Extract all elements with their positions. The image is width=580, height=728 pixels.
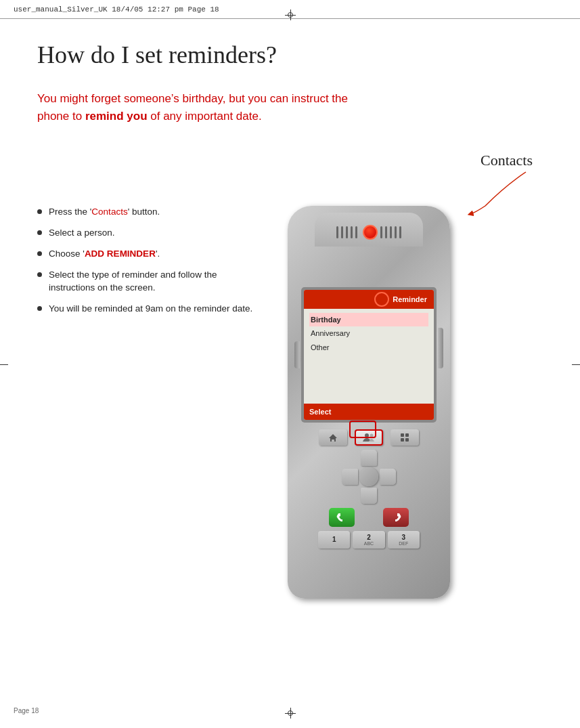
phone-screen: Reminder Birthday Anniversary Other Sele…: [304, 290, 434, 420]
call-button[interactable]: [329, 508, 355, 527]
home-icon: [328, 433, 338, 442]
svg-marker-0: [329, 434, 337, 442]
key-1[interactable]: 1: [318, 531, 350, 549]
bullet-text-4: Select the type of reminder and follow t…: [49, 269, 254, 295]
dpad-right[interactable]: [380, 469, 396, 485]
contacts-annotation: Contacts: [481, 152, 533, 169]
screen-header: Reminder: [304, 290, 434, 309]
screen-select-bar: Select: [304, 404, 434, 420]
annotation-label: Contacts: [481, 152, 533, 169]
keypad: 1 2 ABC 3 DEF: [315, 531, 423, 549]
list-item: Press the 'Contacts' button.: [37, 206, 254, 219]
nav-home-btn[interactable]: [319, 429, 347, 446]
screen-header-icon: [374, 292, 389, 307]
screen-header-title: Reminder: [393, 295, 427, 303]
bullet-dot: [37, 251, 42, 256]
menu-icon: [400, 433, 409, 442]
svg-rect-4: [405, 433, 409, 437]
side-left-button[interactable]: [294, 341, 300, 368]
list-item: You will be reminded at 9am on the remin…: [37, 303, 254, 316]
right-edge-mark: [572, 364, 580, 365]
instruction-list: Press the 'Contacts' button. Select a pe…: [37, 206, 254, 315]
intro-paragraph: You might forget someone’s birthday, but…: [37, 90, 362, 125]
screen-item-birthday: Birthday: [309, 313, 428, 326]
left-edge-mark: [0, 364, 8, 365]
end-button[interactable]: [383, 508, 409, 527]
dpad-down[interactable]: [361, 488, 377, 504]
bullet-text-1: Press the 'Contacts' button.: [49, 206, 160, 219]
bullet-col: Press the 'Contacts' button. Select a pe…: [37, 152, 254, 558]
side-right-button[interactable]: [438, 328, 443, 368]
phone-speaker: [336, 225, 401, 240]
bullet-text-3: Choose 'ADD REMINDER'.: [49, 248, 160, 261]
dpad-center[interactable]: [359, 467, 378, 486]
header-text: user_manual_Silver_UK 18/4/05 12:27 pm P…: [14, 5, 219, 14]
bullet-text-2: Select a person.: [49, 227, 115, 240]
two-col-layout: Press the 'Contacts' button. Select a pe…: [37, 152, 553, 558]
list-item: Select the type of reminder and follow t…: [37, 269, 254, 295]
bullet-dot: [37, 272, 42, 277]
phone-screen-bezel: Reminder Birthday Anniversary Other Sele…: [301, 287, 437, 423]
screen-item-anniversary: Anniversary: [309, 326, 428, 340]
phone-body: Reminder Birthday Anniversary Other Sele…: [288, 206, 450, 599]
content-area: How do I set reminders? You might forget…: [37, 41, 553, 694]
dpad: [342, 450, 396, 504]
header-crosshair: [285, 9, 296, 20]
intro-bold: remind you: [85, 110, 148, 123]
bullet-dot: [37, 306, 42, 311]
screen-item-other: Other: [309, 341, 428, 354]
screen-menu: Birthday Anniversary Other: [304, 309, 434, 358]
list-item: Select a person.: [37, 227, 254, 240]
key-2[interactable]: 2 ABC: [353, 531, 384, 549]
bullet-dot: [37, 230, 42, 235]
page-title: How do I set reminders?: [37, 41, 553, 70]
list-item: Choose 'ADD REMINDER'.: [37, 248, 254, 261]
phone-top: [315, 213, 423, 247]
bottom-crosshair: [285, 708, 296, 719]
key-3[interactable]: 3 DEF: [388, 531, 420, 549]
contacts-link: Contacts: [91, 207, 127, 217]
phone-illustration-col: Contacts: [267, 152, 553, 558]
phone-nav-area: 1 2 ABC 3 DEF: [315, 429, 423, 549]
intro-part2: of any important date.: [148, 110, 262, 123]
svg-rect-3: [401, 433, 404, 437]
page-number: Page 18: [14, 707, 39, 714]
indicator-light: [363, 225, 378, 240]
dpad-up[interactable]: [361, 450, 377, 466]
contacts-button-highlight: [349, 421, 376, 438]
phone-container: Reminder Birthday Anniversary Other Sele…: [274, 172, 553, 558]
svg-rect-5: [401, 438, 404, 442]
call-row: [315, 508, 423, 527]
nav-menu-btn[interactable]: [391, 429, 419, 446]
dpad-left[interactable]: [342, 469, 358, 485]
call-icon: [336, 513, 347, 521]
svg-rect-6: [405, 438, 409, 442]
bullet-dot: [37, 209, 42, 214]
add-reminder-link: ADD REMINDER: [85, 249, 156, 259]
end-icon: [391, 513, 401, 521]
bullet-text-5: You will be reminded at 9am on the remin…: [49, 303, 252, 316]
screen-select-label: Select: [309, 408, 331, 416]
